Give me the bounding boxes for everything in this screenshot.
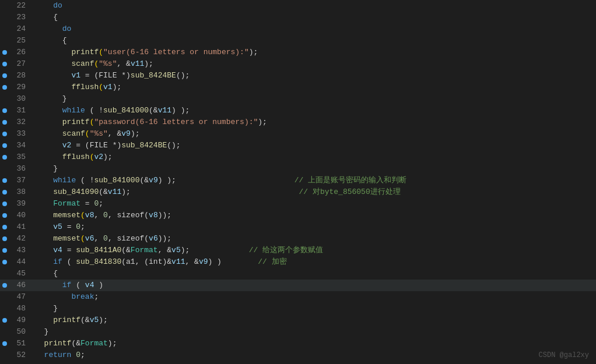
table-row: 45 { bbox=[0, 268, 596, 280]
breakpoint-dot[interactable] bbox=[2, 155, 7, 160]
breakpoint-dot[interactable] bbox=[2, 318, 7, 323]
line-number-col: 40 bbox=[0, 210, 28, 221]
code-token bbox=[35, 256, 53, 268]
line-number-col: 39 bbox=[0, 198, 28, 210]
code-token: "password(6-16 letters or numbers):" bbox=[94, 116, 258, 128]
line-number-col: 51 bbox=[0, 338, 28, 349]
line-number-col: 49 bbox=[0, 314, 28, 326]
breakpoint-dot[interactable] bbox=[2, 73, 7, 78]
no-dot bbox=[2, 330, 7, 334]
code-token: v6 bbox=[149, 233, 158, 245]
code-token: , & bbox=[158, 245, 171, 256]
code-token bbox=[35, 314, 53, 326]
code-token: } bbox=[35, 93, 67, 105]
line-number-col: 34 bbox=[0, 140, 28, 151]
code-token: = bbox=[80, 198, 94, 210]
code-token: } bbox=[35, 163, 58, 175]
code-token: ); bbox=[121, 186, 131, 198]
breakpoint-dot[interactable] bbox=[2, 62, 7, 66]
code-token: memset bbox=[53, 233, 80, 245]
code-token: ); bbox=[99, 314, 108, 326]
code-content: { bbox=[28, 35, 596, 47]
breakpoint-dot[interactable] bbox=[2, 143, 7, 148]
code-content: sub_841090(&v11); // 对byte_856050进行处理 bbox=[28, 186, 596, 198]
code-token: = (FILE *) bbox=[80, 70, 131, 82]
code-token bbox=[35, 128, 62, 140]
line-number: 33 bbox=[9, 128, 26, 140]
breakpoint-dot[interactable] bbox=[2, 260, 7, 264]
code-token: v5 bbox=[53, 221, 62, 233]
code-token: ); bbox=[249, 47, 258, 58]
no-dot bbox=[2, 295, 7, 299]
code-content: printf("password(6-16 letters or numbers… bbox=[28, 116, 596, 128]
table-row: 44 if ( sub_841830(a1, (int)&v11, &v9) )… bbox=[0, 256, 596, 268]
code-token bbox=[35, 186, 53, 198]
code-token: v4 bbox=[53, 245, 62, 256]
line-number-col: 32 bbox=[0, 116, 28, 128]
code-token bbox=[35, 0, 53, 12]
breakpoint-dot[interactable] bbox=[2, 283, 7, 288]
breakpoint-dot[interactable] bbox=[2, 120, 7, 125]
breakpoint-dot[interactable] bbox=[2, 225, 7, 229]
line-number: 41 bbox=[9, 221, 26, 233]
table-row: 22 do bbox=[0, 0, 596, 12]
code-token: sub_8411A0 bbox=[76, 245, 121, 256]
code-token: , & bbox=[185, 256, 198, 268]
code-token: while bbox=[62, 105, 85, 116]
code-token: ( bbox=[94, 58, 99, 70]
code-token: ); bbox=[258, 116, 267, 128]
breakpoint-dot[interactable] bbox=[2, 202, 7, 206]
code-token: )); bbox=[158, 233, 171, 245]
code-token: (); bbox=[167, 140, 180, 151]
table-row: 38 sub_841090(&v11); // 对byte_856050进行处理 bbox=[0, 186, 596, 198]
code-token: break bbox=[71, 291, 94, 303]
code-token: , & bbox=[108, 128, 121, 140]
breakpoint-dot[interactable] bbox=[2, 248, 7, 253]
line-number-col: 45 bbox=[0, 268, 28, 280]
breakpoint-dot[interactable] bbox=[2, 50, 7, 55]
no-dot bbox=[2, 27, 7, 31]
breakpoint-dot[interactable] bbox=[2, 132, 7, 136]
code-token: v5 bbox=[90, 314, 99, 326]
code-token bbox=[35, 349, 44, 361]
table-row: 40 memset(v8, 0, sizeof(v8)); bbox=[0, 210, 596, 221]
breakpoint-dot[interactable] bbox=[2, 178, 7, 183]
breakpoint-dot[interactable] bbox=[2, 85, 7, 90]
code-token: ); bbox=[108, 338, 117, 349]
breakpoint-dot[interactable] bbox=[2, 190, 7, 195]
line-number: 37 bbox=[9, 175, 26, 186]
code-token: v11 bbox=[171, 256, 185, 268]
code-token: (& bbox=[99, 186, 108, 198]
breakpoint-dot[interactable] bbox=[2, 236, 7, 241]
code-token: 0 bbox=[103, 210, 108, 221]
watermark: CSDN @gal2xy bbox=[539, 351, 589, 359]
code-token: ( ! bbox=[76, 175, 94, 186]
line-number: 42 bbox=[9, 233, 26, 245]
code-token: (& bbox=[80, 314, 90, 326]
code-token: { bbox=[35, 268, 58, 280]
code-token: v9 bbox=[149, 175, 158, 186]
line-number-col: 38 bbox=[0, 186, 28, 198]
line-number-col: 48 bbox=[0, 303, 28, 314]
code-token: ); bbox=[144, 58, 153, 70]
line-number-col: 30 bbox=[0, 93, 28, 105]
code-token: "%s" bbox=[99, 58, 117, 70]
code-token: )); bbox=[158, 210, 171, 221]
code-token bbox=[35, 58, 71, 70]
code-token: 0 bbox=[76, 221, 80, 233]
code-token: fflush bbox=[71, 82, 99, 93]
breakpoint-dot[interactable] bbox=[2, 213, 7, 218]
breakpoint-dot[interactable] bbox=[2, 341, 7, 346]
breakpoint-dot[interactable] bbox=[2, 108, 7, 113]
line-number: 34 bbox=[9, 140, 26, 151]
line-number: 47 bbox=[9, 291, 26, 303]
code-token: 0 bbox=[76, 349, 80, 361]
code-token: ( bbox=[99, 47, 103, 58]
line-number: 35 bbox=[9, 151, 26, 163]
code-token: // 上面是账号密码的输入和判断 bbox=[176, 175, 406, 186]
code-token bbox=[35, 210, 53, 221]
code-token: ) bbox=[94, 280, 103, 291]
line-number-col: 44 bbox=[0, 256, 28, 268]
table-row: 27 scanf("%s", &v11); bbox=[0, 58, 596, 70]
code-token: (& bbox=[71, 338, 80, 349]
